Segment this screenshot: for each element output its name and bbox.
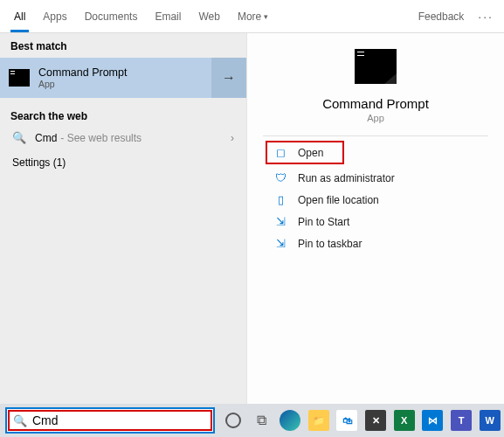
pin-taskbar-label: Pin to taskbar: [298, 238, 362, 250]
taskbar: 🔍 Cmd ⧉ 📁 🛍 ✕ X ⋈ T W: [0, 404, 504, 437]
preview-pane: Command Prompt App ◻ Open 🛡 Run as admin…: [246, 33, 504, 404]
folder-icon: ▯: [273, 193, 287, 206]
word-icon[interactable]: W: [475, 406, 504, 435]
cortana-button[interactable]: [218, 406, 247, 435]
settings-group-label[interactable]: Settings (1): [0, 149, 246, 176]
preview-title: Command Prompt: [322, 96, 429, 111]
feedback-link[interactable]: Feedback: [418, 10, 465, 23]
open-file-location-action[interactable]: ▯ Open file location: [247, 189, 504, 211]
pin-start-label: Pin to Start: [298, 216, 349, 228]
store-icon[interactable]: 🛍: [333, 406, 362, 435]
pin-taskbar-icon: ⇲: [273, 237, 287, 250]
search-web-label: Search the web: [0, 103, 246, 126]
pin-start-icon: ⇲: [273, 215, 287, 228]
expand-result-icon[interactable]: →: [211, 58, 246, 98]
divider: [263, 135, 488, 136]
excel-icon[interactable]: X: [390, 406, 418, 435]
pin-taskbar-action[interactable]: ⇲ Pin to taskbar: [247, 232, 504, 254]
open-action[interactable]: ◻ Open: [266, 142, 343, 163]
explorer-icon[interactable]: 📁: [304, 406, 333, 435]
web-query-text: Cmd: [35, 132, 57, 144]
web-sub-text: - See web results: [60, 132, 142, 144]
vscode-icon[interactable]: ⋈: [418, 406, 447, 435]
chevron-down-icon: ▾: [264, 12, 268, 21]
preview-subtitle: App: [367, 113, 384, 123]
result-title: Command Prompt: [38, 66, 127, 79]
tab-more[interactable]: More▾: [229, 0, 277, 32]
search-tabs: All Apps Documents Email Web More▾ Feedb…: [0, 0, 504, 33]
more-options-icon[interactable]: ···: [473, 10, 499, 24]
pin-start-action[interactable]: ⇲ Pin to Start: [247, 211, 504, 232]
search-body: Best match Command Prompt App → Search t…: [0, 33, 504, 404]
task-view-button[interactable]: ⧉: [247, 406, 276, 435]
best-match-result[interactable]: Command Prompt App →: [0, 58, 246, 98]
result-subtitle: App: [38, 79, 127, 89]
teams-icon[interactable]: T: [447, 406, 476, 435]
tab-documents[interactable]: Documents: [76, 0, 147, 32]
open-icon: ◻: [273, 146, 287, 159]
web-result[interactable]: 🔍 Cmd - See web results ›: [0, 126, 246, 149]
app-icon[interactable]: ✕: [362, 406, 390, 435]
edge-icon[interactable]: [276, 406, 305, 435]
search-icon: 🔍: [12, 131, 26, 144]
search-icon: 🔍: [13, 414, 27, 427]
tab-all[interactable]: All: [5, 0, 34, 32]
taskbar-search[interactable]: 🔍 Cmd: [5, 407, 215, 434]
tab-apps[interactable]: Apps: [34, 0, 75, 32]
file-loc-label: Open file location: [298, 194, 379, 206]
cmd-icon: [355, 49, 397, 84]
search-input-value[interactable]: Cmd: [32, 413, 59, 427]
open-label: Open: [298, 147, 323, 159]
chevron-right-icon: ›: [231, 132, 234, 144]
cmd-icon: [9, 69, 30, 87]
shield-icon: 🛡: [273, 171, 287, 184]
run-admin-action[interactable]: 🛡 Run as administrator: [247, 167, 504, 189]
run-admin-label: Run as administrator: [298, 172, 395, 184]
tab-email[interactable]: Email: [146, 0, 190, 32]
results-pane: Best match Command Prompt App → Search t…: [0, 33, 246, 404]
tab-web[interactable]: Web: [190, 0, 228, 32]
best-match-label: Best match: [0, 33, 246, 56]
